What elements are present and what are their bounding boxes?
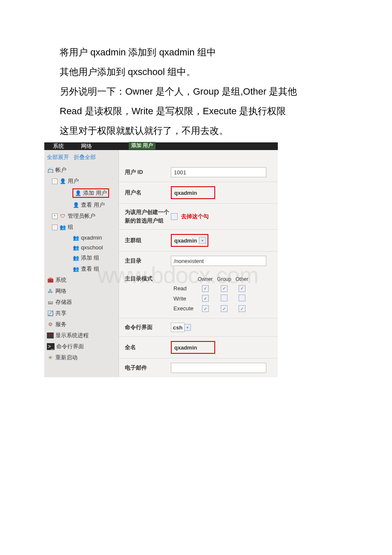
user-id-input[interactable]: 1001 bbox=[171, 167, 266, 177]
username-label: 用户名 bbox=[125, 188, 171, 197]
home-mode-label: 主目录模式 bbox=[125, 275, 171, 283]
perm-write-owner[interactable] bbox=[202, 295, 209, 302]
tree-group-qxschool[interactable]: 👥 qxschool bbox=[44, 243, 118, 252]
tree-user[interactable]: - 👤 用户 bbox=[44, 176, 118, 187]
tree-cli-label: 命令行界面 bbox=[56, 343, 84, 350]
tree-system[interactable]: 🧰 系统 bbox=[44, 275, 118, 286]
tree-view-group[interactable]: 👥 查看 组 bbox=[44, 263, 118, 275]
fullname-label: 全名 bbox=[125, 343, 171, 352]
perm-exec-group[interactable] bbox=[221, 305, 228, 312]
perm-col-group: Group bbox=[215, 275, 233, 283]
row-primary-group: 主群组 qxadmin ▾ bbox=[119, 230, 278, 251]
perm-exec-owner[interactable] bbox=[202, 305, 209, 312]
tree-reboot-label: 重新启动 bbox=[55, 354, 78, 361]
home-label: 主目录 bbox=[125, 257, 171, 265]
instruction-line-3: 另外说明一下：Owner 是个人，Group 是组,Other 是其他 bbox=[60, 82, 366, 101]
fullname-input[interactable]: qxadmin bbox=[172, 344, 199, 351]
tree-add-group[interactable]: 👥 添加 组 bbox=[44, 252, 118, 263]
row-email: 电子邮件 bbox=[119, 358, 278, 377]
perm-row-write: Write bbox=[172, 294, 195, 304]
share-icon: 🔄 bbox=[47, 310, 54, 316]
primary-group-label: 主群组 bbox=[125, 236, 171, 245]
user-id-label: 用户 ID bbox=[125, 168, 171, 176]
tree-group-label: 组 bbox=[68, 223, 73, 231]
tree-admin-label: 管理员帐户 bbox=[68, 212, 95, 220]
admin-icon: 🛡 bbox=[59, 213, 66, 219]
username-input[interactable]: qxadmin bbox=[172, 190, 199, 196]
collapse-icon[interactable]: - bbox=[52, 179, 58, 184]
tree-group[interactable]: - 👥 组 bbox=[44, 222, 118, 233]
perm-col-other: Other bbox=[234, 275, 250, 283]
create-group-checkbox[interactable] bbox=[171, 213, 178, 220]
tree-add-group-label: 添加 组 bbox=[81, 254, 99, 262]
tree-view-user[interactable]: 👤 查看 用户 bbox=[44, 199, 118, 211]
panel-title: 添加 用户 bbox=[129, 142, 156, 150]
row-shell: 命令行界面 csh▾ bbox=[119, 318, 278, 337]
row-user-id: 用户 ID 1001 bbox=[119, 163, 278, 182]
tree-add-user-label: 添加 用户 bbox=[83, 189, 107, 197]
tree-service[interactable]: ⚙ 服务 bbox=[44, 319, 118, 330]
shell-select[interactable]: csh bbox=[171, 323, 184, 332]
primary-group-select[interactable]: qxadmin bbox=[172, 237, 199, 244]
perm-col-owner: Owner bbox=[196, 275, 214, 283]
perm-read-other[interactable] bbox=[239, 285, 245, 292]
create-group-note: 去掉这个勾 bbox=[181, 213, 209, 220]
system-icon: 🧰 bbox=[47, 277, 54, 283]
perm-read-group[interactable] bbox=[221, 285, 228, 292]
collapse-all-link[interactable]: 折叠全部 bbox=[74, 154, 96, 160]
row-username: 用户名 qxadmin bbox=[119, 182, 278, 204]
expand-all-link[interactable]: 全部展开 bbox=[47, 154, 69, 160]
tree-view-user-label: 查看 用户 bbox=[81, 201, 105, 209]
tree-show-proc[interactable]: ••• 显示系统进程 bbox=[44, 330, 118, 341]
create-group-label: 为该用户创建一个新的首选用户组 bbox=[125, 208, 171, 225]
account-icon: 📇 bbox=[47, 167, 54, 173]
tree-account-label: 帐户 bbox=[55, 166, 66, 174]
group-item-icon: 👥 bbox=[72, 235, 79, 241]
perm-write-other[interactable] bbox=[239, 295, 245, 301]
tree-cli[interactable]: >_ 命令行界面 bbox=[44, 341, 118, 352]
perm-read-owner[interactable] bbox=[202, 285, 209, 292]
chevron-down-icon[interactable]: ▾ bbox=[199, 237, 206, 244]
tree-add-user[interactable]: 👤 添加 用户 bbox=[44, 187, 118, 199]
tree-group-qxadmin-label: qxadmin bbox=[81, 234, 102, 241]
service-icon: ⚙ bbox=[47, 321, 54, 327]
instruction-line-5: 这里对于权限就默认就行了，不用去改。 bbox=[60, 121, 366, 141]
tab-network[interactable]: 网络 bbox=[81, 142, 92, 150]
instruction-line-2: 其他用户添加到 qxschool 组中。 bbox=[60, 62, 366, 82]
perm-exec-other[interactable] bbox=[239, 305, 245, 312]
perm-row-read: Read bbox=[172, 284, 195, 293]
view-group-icon: 👥 bbox=[72, 266, 79, 272]
permission-table: Owner Group Other Read Wr bbox=[171, 275, 251, 314]
tree-storage-label: 存储器 bbox=[55, 298, 72, 306]
reboot-icon: ✳ bbox=[47, 355, 54, 361]
tree-show-proc-label: 显示系统进程 bbox=[55, 332, 89, 339]
admin-panel: 系统 网络 添加 用户 全部展开 折叠全部 📇 帐户 - 👤 bbox=[44, 142, 278, 377]
tree-share-label: 共享 bbox=[55, 309, 66, 317]
tree-group-qxadmin[interactable]: 👥 qxadmin bbox=[44, 233, 118, 243]
email-label: 电子邮件 bbox=[125, 364, 171, 372]
tree-storage[interactable]: 🖴 存储器 bbox=[44, 297, 118, 308]
group-item-icon: 👥 bbox=[72, 245, 79, 251]
form-panel: 用户 ID 1001 用户名 qxadmin 为该用户创建一个新的首选用户组 bbox=[119, 150, 278, 377]
group-icon: 👥 bbox=[59, 224, 66, 230]
row-home: 主目录 /nonexistent bbox=[119, 251, 278, 270]
email-input[interactable] bbox=[171, 363, 266, 373]
tree-user-label: 用户 bbox=[68, 177, 79, 185]
chevron-down-icon[interactable]: ▾ bbox=[184, 324, 191, 331]
row-home-mode: 主目录模式 Owner Group Other Read bbox=[119, 270, 278, 318]
perm-write-group[interactable] bbox=[221, 295, 228, 301]
sidebar: 全部展开 折叠全部 📇 帐户 - 👤 用户 👤 bbox=[44, 150, 119, 377]
row-fullname: 全名 qxadmin bbox=[119, 337, 278, 358]
collapse-icon[interactable]: - bbox=[52, 225, 58, 230]
tree-system-label: 系统 bbox=[55, 276, 66, 284]
tree-admin-account[interactable]: + 🛡 管理员帐户 bbox=[44, 211, 118, 222]
tree-reboot[interactable]: ✳ 重新启动 bbox=[44, 352, 118, 363]
home-input[interactable]: /nonexistent bbox=[171, 256, 266, 266]
tree-network[interactable]: 🖧 网络 bbox=[44, 286, 118, 297]
tree-account[interactable]: 📇 帐户 bbox=[44, 165, 118, 176]
tree-share[interactable]: 🔄 共享 bbox=[44, 308, 118, 319]
expand-icon[interactable]: + bbox=[52, 214, 58, 219]
tree-group-qxschool-label: qxschool bbox=[81, 244, 103, 251]
storage-icon: 🖴 bbox=[47, 299, 54, 305]
tab-system[interactable]: 系统 bbox=[53, 142, 64, 150]
